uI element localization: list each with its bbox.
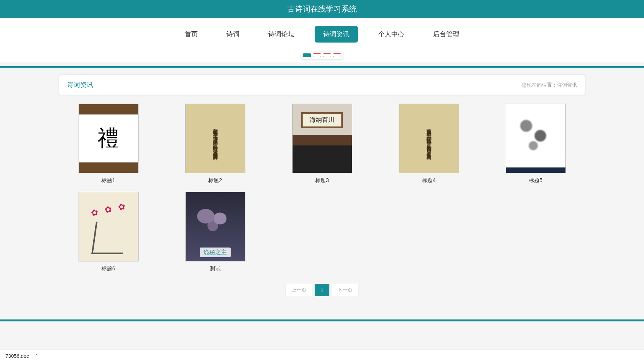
article-card[interactable]: 标题1 [59,104,158,184]
filter-strip [0,50,644,62]
article-title: 标题3 [315,177,329,184]
article-title: 标题4 [422,177,436,184]
calligraphy-fan-icon [79,104,138,173]
nav-wrapper: 首页 诗词 诗词论坛 诗词资讯 个人中心 后台管理 [0,18,644,62]
plum-blossom-icon [79,192,138,261]
article-card[interactable]: 蓬萊弱水三千里 王母蟠桃一萬年 鳳鳥自歌鸞自舞 直令卿相到壽春标题2 [166,104,265,184]
calligraphy-scroll-icon: 蓬萊弱水三千里 王母蟠桃一萬年 鳳鳥自歌鸞自舞 直令卿相到壽春 [186,104,245,173]
panel-header: 诗词资讯 您现在的位置：诗词资讯 [59,75,585,95]
breadcrumb-prefix: 您现在的位置： [522,82,557,88]
app-title: 古诗词在线学习系统 [287,5,357,13]
article-title: 测试 [210,265,221,272]
article-grid: 标题1蓬萊弱水三千里 王母蟠桃一萬年 鳳鳥自歌鸞自舞 直令卿相到壽春标题2标题3… [59,104,585,272]
breadcrumb: 您现在的位置：诗词资讯 [522,82,577,89]
pagination: 上一页 1 下一页 [59,284,585,296]
article-card[interactable]: 诡秘之主测试 [166,192,265,272]
calligraphy-text: 蓬萊弱水三千里 王母蟠桃一萬年 鳳鳥自歌鸞自舞 直令卿相到壽春 [211,125,219,152]
article-card[interactable]: 标题6 [59,192,158,272]
filter-chip-1[interactable] [303,53,311,57]
panel-title: 诗词资讯 [67,80,93,89]
nav-admin[interactable]: 后台管理 [425,26,468,43]
article-title: 标题6 [101,265,115,272]
article-thumbnail [506,104,566,173]
app-header: 古诗词在线学习系统 [0,0,644,18]
content: 诗词资讯 您现在的位置：诗词资讯 标题1蓬萊弱水三千里 王母蟠桃一萬年 鳳鳥自歌… [51,75,593,308]
article-thumbnail: 蓬萊弱水三千里 王母蟠桃一萬年 鳳鳥自歌鸞自舞 直令卿相到壽春 [399,104,459,173]
filter-chip-3[interactable] [323,53,331,57]
article-thumbnail [79,104,139,173]
anime-cover-icon: 诡秘之主 [186,192,245,261]
page-number-current: 1 [315,284,329,296]
article-thumbnail [79,192,139,261]
filter-strip-inner [301,52,343,59]
nav-profile[interactable]: 个人中心 [370,26,413,43]
article-card[interactable]: 标题3 [272,104,372,184]
overlay-label: 诡秘之主 [200,248,231,257]
article-thumbnail: 诡秘之主 [185,192,245,261]
article-title: 标题1 [101,177,115,184]
article-title: 标题2 [208,177,222,184]
nav-poems[interactable]: 诗词 [218,26,248,43]
footer-divider [0,319,644,321]
article-thumbnail: 蓬萊弱水三千里 王母蟠桃一萬年 鳳鳥自歌鸞自舞 直令卿相到壽春 [185,104,245,173]
calligraphy-text: 蓬萊弱水三千里 王母蟠桃一萬年 鳳鳥自歌鸞自舞 直令卿相到壽春 [425,125,433,152]
main-nav: 首页 诗词 诗词论坛 诗词资讯 个人中心 后台管理 [0,18,644,50]
nav-forum[interactable]: 诗词论坛 [260,26,303,43]
breadcrumb-current: 诗词资讯 [557,82,577,88]
office-frame-icon [293,104,352,173]
filter-chip-4[interactable] [333,53,341,57]
page-prev-button[interactable]: 上一页 [286,284,312,296]
article-card[interactable]: 标题5 [486,104,585,184]
article-title: 标题5 [529,177,543,184]
filter-chip-2[interactable] [313,53,321,57]
calligraphy-scroll-icon: 蓬萊弱水三千里 王母蟠桃一萬年 鳳鳥自歌鸞自舞 直令卿相到壽春 [399,104,459,173]
divider [0,66,644,68]
nav-news[interactable]: 诗词资讯 [315,26,358,43]
article-card[interactable]: 蓬萊弱水三千里 王母蟠桃一萬年 鳳鳥自歌鸞自舞 直令卿相到壽春标题4 [379,104,478,184]
article-thumbnail [292,104,352,173]
ink-landscape-icon [506,104,565,173]
page-next-button[interactable]: 下一页 [332,284,358,296]
nav-home[interactable]: 首页 [176,26,206,43]
